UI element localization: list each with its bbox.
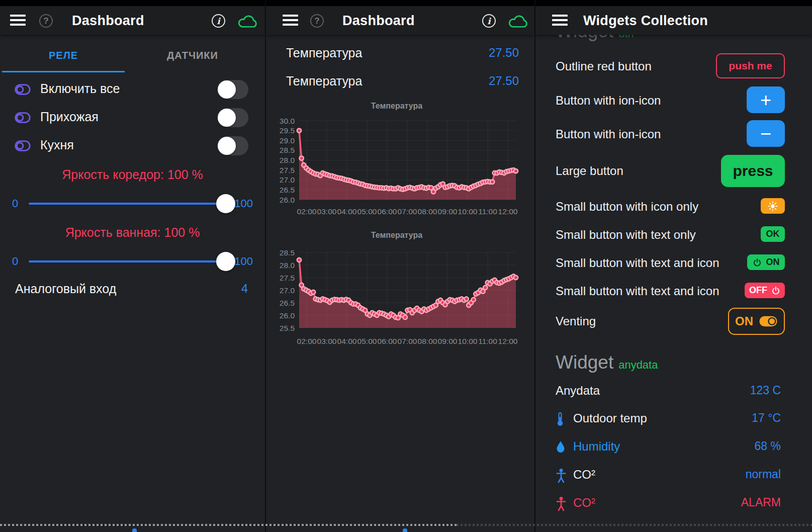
svg-text:07:00: 07:00 [398,207,417,216]
slider-title-bathroom: Яркость ванная: 100 % [0,225,265,240]
appbar-left: ? Dashboard i [0,6,265,35]
svg-text:08:00: 08:00 [418,337,437,345]
svg-text:03:00: 03:00 [317,207,337,216]
clipped-blue-icon [403,528,407,532]
tab-sensors[interactable]: ДАТЧИКИ [167,50,218,61]
person-icon [556,496,567,511]
data-row-value: normal [746,468,781,481]
info-icon[interactable]: i [212,14,225,28]
ok-button[interactable]: OK [761,226,785,242]
svg-text:26.5: 26.5 [280,299,295,307]
widget-row-label: Large button [556,164,623,178]
svg-text:05:00: 05:00 [357,207,377,216]
sun-icon [768,201,778,211]
info-icon[interactable]: i [482,14,496,28]
widget-row: Button with ion-icon + [535,86,812,113]
menu-icon[interactable] [552,15,568,26]
analog-input-row: Аналоговый вход 4 [0,282,265,297]
temperature-chart-2: 02:0003:0004:0005:0006:0007:0008:0009:00… [269,246,531,354]
temperature-row: Температура 27.50 [266,46,534,61]
data-row-value: ALARM [741,496,781,509]
svg-text:03:00: 03:00 [317,337,337,345]
push-me-button[interactable]: push me [716,53,785,78]
toggle-knob[interactable] [218,109,236,127]
slider-track[interactable] [29,203,232,205]
cloud-connected-icon[interactable] [508,14,529,29]
switch-toggle-kitchen[interactable] [217,136,248,155]
on-button[interactable]: ON [747,254,785,270]
switch-label: Кухня [40,138,74,152]
svg-text:11:00: 11:00 [478,337,497,345]
widget-row-label: Small button with text and icon [556,284,719,298]
widget-row: Button with ion-icon − [535,120,812,147]
svg-text:06:00: 06:00 [378,207,397,216]
svg-text:05:00: 05:00 [357,337,377,345]
press-button[interactable]: press [721,155,785,187]
sun-button[interactable] [761,198,785,214]
slider-knob[interactable] [216,194,235,213]
svg-text:04:00: 04:00 [337,207,357,216]
panel-dashboard-relays: ? Dashboard i РЕЛЕ ДАТЧИКИ Включить все [0,0,265,532]
widget-row-label: Small button with text and icon [556,256,719,270]
slider-corridor: 0 100 [0,193,265,215]
plus-button[interactable]: + [747,86,785,113]
menu-icon[interactable] [283,15,298,26]
widget-row-label: Venting [556,314,596,328]
status-bar [266,0,534,6]
svg-text:09:00: 09:00 [438,337,458,345]
widget-row: Small button with text and icon OFF [535,283,812,298]
widget-row: Small button with text and icon ON [535,254,812,270]
svg-text:11:00: 11:00 [478,207,497,216]
toggle-knob[interactable] [218,137,236,155]
widget-row-label: Outline red button [556,59,652,73]
temperature-value: 27.50 [489,74,519,88]
venting-button[interactable]: ON [728,308,785,335]
svg-text:26.5: 26.5 [280,186,295,194]
slider-bathroom: 0 100 [0,250,265,273]
data-row-outdoor-temp: Outdoor temp 17 °C [535,411,812,426]
switch-toggle-all[interactable] [217,80,248,99]
data-row-value: 123 C [750,384,781,397]
off-button[interactable]: OFF [745,283,785,298]
svg-text:26.0: 26.0 [280,311,295,320]
widget-row-label: Small button with icon only [556,200,698,214]
svg-text:28.0: 28.0 [280,156,295,164]
power-icon [771,286,780,295]
tab-relays[interactable]: РЕЛЕ [49,50,78,61]
thermometer-icon [556,412,565,427]
temperature-value: 27.50 [489,46,519,60]
toggle-knob[interactable] [218,80,236,99]
data-row-label: CO² [573,496,595,510]
slider-max-label: 100 [234,197,253,210]
menu-icon[interactable] [10,15,26,26]
minus-button[interactable]: − [747,120,785,147]
tab-active-underline [2,71,125,72]
slider-knob[interactable] [216,252,235,271]
svg-text:28.0: 28.0 [280,261,295,270]
svg-text:27.0: 27.0 [280,286,295,295]
data-row-label: CO² [573,468,595,482]
widget-row: Outline red button push me [535,53,812,78]
power-icon [753,258,762,267]
bottom-dotted-divider-dim [457,524,812,526]
svg-text:02:00: 02:00 [297,337,317,345]
temperature-label: Температура [286,74,362,88]
widget-heading-word: Widget [556,352,613,373]
plus-icon: + [760,91,771,110]
data-row-label: Outdoor temp [573,411,647,425]
svg-text:28.5: 28.5 [280,248,295,257]
cloud-connected-icon[interactable] [237,14,258,29]
slider-max-label: 100 [234,255,253,268]
svg-text:12:00: 12:00 [498,337,518,345]
help-icon[interactable]: ? [310,14,324,28]
slider-title-corridor: Яркость коредор: 100 % [0,167,265,182]
help-icon[interactable]: ? [39,14,53,28]
switch-toggle-hallway[interactable] [217,108,248,127]
widget-heading-tag: anydata [618,359,658,371]
chart-title: Температура [266,102,527,111]
person-icon [556,468,567,483]
data-row-value: 17 °C [752,411,781,425]
data-row-value: 68 % [755,439,781,453]
slider-track[interactable] [29,260,232,262]
panel-widgets-collection: Widgets Collection Widgetbtn Outline red… [534,0,812,532]
